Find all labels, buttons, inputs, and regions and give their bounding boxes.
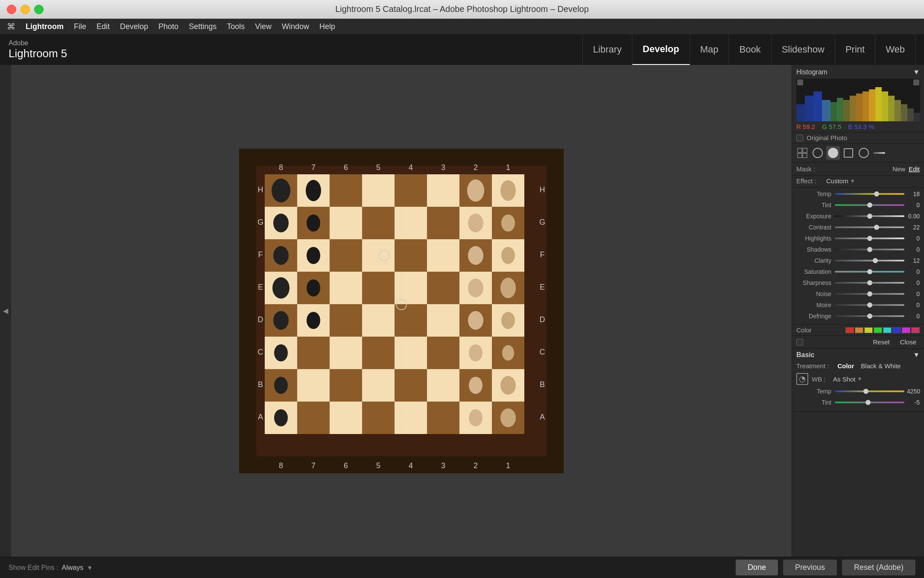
slider-track-sharpness[interactable] — [835, 282, 904, 284]
mask-label: Mask : — [796, 165, 815, 173]
maximize-button[interactable] — [34, 5, 44, 14]
svg-rect-144 — [888, 96, 895, 121]
slider-track-moire[interactable] — [835, 304, 904, 306]
svg-rect-37 — [362, 304, 395, 337]
slider-track-shadows[interactable] — [835, 249, 904, 250]
menu-photo[interactable]: Photo — [158, 22, 178, 31]
slider-track-tint[interactable] — [835, 204, 904, 206]
treatment-bw-button[interactable]: Black & White — [857, 361, 904, 370]
basic-slider-thumb-tint[interactable] — [866, 400, 871, 405]
color-swatch-blue[interactable] — [892, 327, 901, 333]
effect-dropdown-arrow[interactable]: ▼ — [850, 178, 855, 184]
slider-track-defringe[interactable] — [835, 315, 904, 317]
menu-window[interactable]: Window — [282, 22, 309, 31]
menu-edit[interactable]: Edit — [96, 22, 110, 31]
gradient-tool-icon[interactable] — [872, 146, 886, 160]
basic-slider-track-tint[interactable] — [835, 402, 904, 403]
color-swatch-magenta[interactable] — [911, 327, 920, 333]
grid-tool-icon[interactable] — [795, 146, 809, 160]
slider-track-clarity[interactable] — [835, 260, 904, 261]
svg-rect-151 — [798, 153, 802, 158]
slider-track-temp[interactable] — [835, 193, 904, 195]
color-swatch-red[interactable] — [845, 327, 854, 333]
menu-view[interactable]: View — [255, 22, 272, 31]
wb-dropdown-arrow[interactable]: ▼ — [857, 376, 863, 382]
slider-thumb-moire[interactable] — [867, 302, 872, 308]
svg-rect-61 — [362, 402, 395, 434]
slider-label-exposure: Exposure — [796, 213, 835, 220]
menu-develop[interactable]: Develop — [120, 22, 148, 31]
mask-row: Mask : New Edit — [796, 165, 920, 173]
color-swatch-green[interactable] — [874, 327, 882, 333]
slider-track-contrast[interactable] — [835, 226, 904, 228]
color-swatch-yellow[interactable] — [864, 327, 873, 333]
slider-thumb-noise[interactable] — [867, 291, 872, 296]
nav-map[interactable]: Map — [690, 34, 729, 65]
slider-thumb-tint[interactable] — [867, 202, 872, 208]
svg-text:8: 8 — [279, 163, 283, 172]
basic-slider-track-temp[interactable] — [835, 390, 904, 392]
nav-library[interactable]: Library — [582, 34, 632, 65]
menu-tools[interactable]: Tools — [227, 22, 245, 31]
mask-section: Mask : New Edit — [792, 163, 924, 176]
menu-file[interactable]: File — [74, 22, 86, 31]
slider-thumb-clarity[interactable] — [873, 258, 878, 263]
original-photo-checkbox[interactable] — [796, 135, 803, 141]
slider-thumb-saturation[interactable] — [867, 269, 872, 274]
crop-tool-icon[interactable] — [811, 146, 825, 160]
slider-track-saturation[interactable] — [835, 271, 904, 273]
color-swatch-group — [845, 327, 920, 333]
color-swatch-purple[interactable] — [902, 327, 910, 333]
slider-thumb-sharpness[interactable] — [867, 280, 872, 285]
slider-thumb-exposure[interactable] — [867, 214, 872, 219]
slider-track-exposure[interactable] — [835, 215, 904, 217]
slider-track-noise[interactable] — [835, 293, 904, 295]
menu-settings[interactable]: Settings — [189, 22, 216, 31]
show-edit-pins-value[interactable]: Always — [62, 564, 84, 572]
slider-thumb-defringe[interactable] — [867, 314, 872, 319]
effect-section: Effect : Custom ▼ — [792, 176, 924, 188]
color-swatch-teal[interactable] — [883, 327, 892, 333]
nav-slideshow[interactable]: Slideshow — [772, 34, 835, 65]
slider-thumb-shadows[interactable] — [867, 247, 872, 252]
treatment-color-button[interactable]: Color — [834, 361, 857, 370]
slider-thumb-temp[interactable] — [874, 191, 879, 197]
nav-print[interactable]: Print — [835, 34, 875, 65]
show-edit-pins-arrow[interactable]: ▼ — [87, 564, 93, 571]
mask-edit-button[interactable]: Edit — [909, 165, 920, 173]
svg-point-107 — [307, 247, 320, 264]
basic-slider-thumb-temp[interactable] — [863, 389, 868, 394]
minimize-button[interactable] — [20, 5, 30, 14]
wb-eyedropper-icon[interactable]: ◔ — [796, 373, 808, 385]
nav-bar: Adobe Lightroom 5 Library Develop Map Bo… — [0, 34, 924, 65]
nav-web[interactable]: Web — [875, 34, 915, 65]
traffic-lights[interactable] — [7, 5, 44, 14]
histogram-dropdown-arrow[interactable]: ▼ — [913, 68, 920, 76]
done-button[interactable]: Done — [736, 560, 778, 575]
color-row: Color — [792, 325, 924, 336]
apple-icon[interactable]: ⌘ — [7, 21, 15, 32]
svg-text:3: 3 — [441, 461, 445, 470]
radial-tool-icon[interactable] — [857, 146, 871, 160]
close-button-panel[interactable]: Close — [897, 337, 920, 346]
rect-tool-icon[interactable] — [842, 146, 855, 160]
original-photo-label: Original Photo — [807, 134, 847, 141]
nav-develop[interactable]: Develop — [632, 34, 690, 65]
color-swatch-orange[interactable] — [855, 327, 863, 333]
slider-track-highlights[interactable] — [835, 238, 904, 239]
close-button[interactable] — [7, 5, 16, 14]
left-panel-toggle[interactable]: ◀ — [0, 65, 11, 557]
previous-button[interactable]: Previous — [783, 560, 837, 575]
rc-checkbox[interactable] — [796, 339, 803, 346]
slider-thumb-contrast[interactable] — [874, 225, 879, 230]
svg-rect-132 — [805, 96, 813, 121]
slider-thumb-highlights[interactable] — [867, 236, 872, 241]
reset-button[interactable]: Reset — [869, 337, 893, 346]
menu-help[interactable]: Help — [319, 22, 335, 31]
reset-adobe-button[interactable]: Reset (Adobe) — [842, 560, 915, 575]
basic-dropdown-arrow[interactable]: ▼ — [913, 351, 920, 359]
circle-fill-tool-icon[interactable] — [826, 146, 840, 160]
nav-book[interactable]: Book — [729, 34, 771, 65]
mask-new-button[interactable]: New — [892, 165, 905, 173]
menu-lightroom[interactable]: Lightroom — [26, 22, 64, 31]
